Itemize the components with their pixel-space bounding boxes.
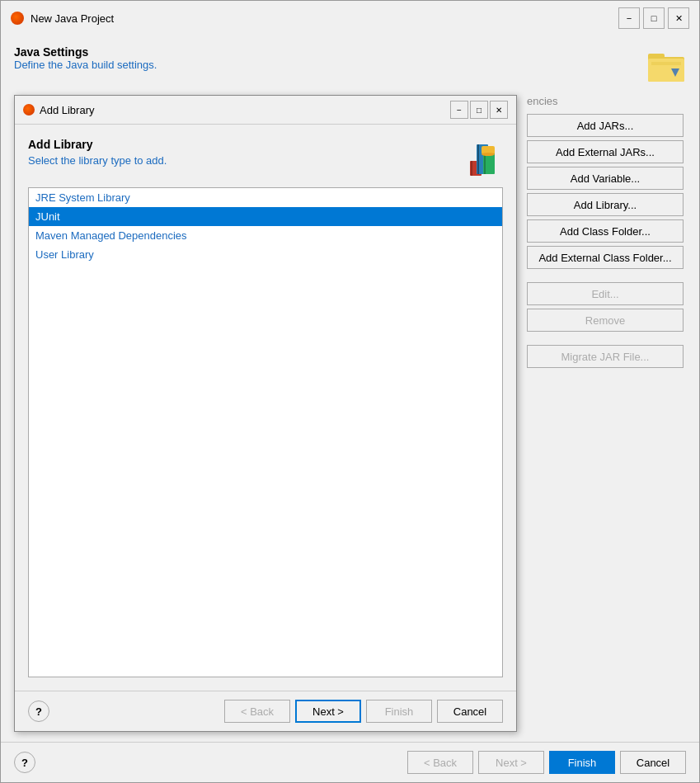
outer-content: Java Settings Define the Java build sett… bbox=[1, 35, 699, 742]
outer-next-button[interactable]: Next > bbox=[478, 751, 544, 774]
outer-maximize-button[interactable]: □ bbox=[643, 7, 665, 29]
add-jars-button[interactable]: Add JARs... bbox=[527, 114, 684, 137]
outer-minimize-button[interactable]: − bbox=[618, 7, 640, 29]
inner-help-button[interactable]: ? bbox=[28, 700, 49, 722]
inner-dialog: Add Library − □ ✕ Add Library Sele bbox=[14, 95, 517, 732]
library-list: JRE System Library JUnit Maven Managed D… bbox=[28, 187, 503, 677]
migrate-jar-button[interactable]: Migrate JAR File... bbox=[527, 345, 684, 368]
add-external-class-folder-button[interactable]: Add External Class Folder... bbox=[527, 246, 684, 269]
outer-titlebar-controls: − □ ✕ bbox=[618, 7, 689, 29]
inner-titlebar-left: Add Library bbox=[23, 104, 94, 116]
inner-back-button[interactable]: < Back bbox=[224, 700, 290, 723]
inner-dialog-content: Add Library Select the library type to a… bbox=[15, 125, 516, 691]
inner-description: Select the library type to add. bbox=[28, 154, 167, 167]
description-prefix: Select the bbox=[28, 154, 78, 167]
list-item-user[interactable]: User Library bbox=[29, 245, 502, 264]
add-variable-button[interactable]: Add Variable... bbox=[527, 167, 684, 190]
outer-back-button[interactable]: < Back bbox=[407, 751, 473, 774]
outer-close-button[interactable]: ✕ bbox=[668, 7, 689, 29]
outer-bottom-bar: ? < Back Next > Finish Cancel bbox=[1, 742, 699, 782]
inner-close-button[interactable]: ✕ bbox=[490, 101, 508, 119]
edit-button[interactable]: Edit... bbox=[527, 282, 684, 305]
list-item-maven[interactable]: Maven Managed Dependencies bbox=[29, 226, 502, 245]
list-item-jre[interactable]: JRE System Library bbox=[29, 188, 502, 207]
inner-eclipse-icon bbox=[23, 104, 35, 116]
remove-button[interactable]: Remove bbox=[527, 309, 684, 332]
inner-dialog-title: Add Library bbox=[40, 104, 94, 116]
eclipse-icon bbox=[11, 12, 24, 25]
inner-cancel-button[interactable]: Cancel bbox=[437, 700, 503, 723]
inner-titlebar: Add Library − □ ✕ bbox=[15, 96, 516, 125]
outer-window-title: New Java Project bbox=[31, 12, 114, 25]
inner-maximize-button[interactable]: □ bbox=[470, 101, 488, 119]
add-class-folder-button[interactable]: Add Class Folder... bbox=[527, 219, 684, 243]
outer-window: New Java Project − □ ✕ Java Settings Def… bbox=[0, 0, 700, 783]
svg-point-13 bbox=[482, 153, 495, 156]
svg-rect-3 bbox=[651, 62, 681, 65]
books-icon bbox=[463, 138, 503, 177]
inner-header-text: Add Library Select the library type to a… bbox=[28, 138, 167, 167]
page-title: Java Settings bbox=[14, 45, 157, 59]
add-external-jars-button[interactable]: Add External JARs... bbox=[527, 140, 684, 163]
outer-help-button[interactable]: ? bbox=[14, 752, 35, 773]
inner-dialog-buttons: ? < Back Next > Finish Cancel bbox=[15, 691, 516, 731]
inner-heading: Add Library bbox=[28, 138, 167, 151]
main-row: Add Library − □ ✕ Add Library Sele bbox=[14, 95, 686, 732]
description-suffix: to add. bbox=[131, 154, 167, 167]
right-panel: encies Add JARs... Add External JARs... … bbox=[517, 95, 686, 732]
folder-icon bbox=[646, 45, 686, 85]
svg-rect-8 bbox=[477, 144, 479, 174]
svg-rect-6 bbox=[471, 161, 472, 176]
outer-finish-button[interactable]: Finish bbox=[549, 751, 615, 774]
inner-minimize-button[interactable]: − bbox=[450, 101, 468, 119]
outer-cancel-button[interactable]: Cancel bbox=[620, 751, 686, 774]
inner-next-button[interactable]: Next > bbox=[295, 700, 361, 723]
outer-titlebar: New Java Project − □ ✕ bbox=[1, 1, 699, 35]
list-item-junit[interactable]: JUnit bbox=[29, 207, 502, 226]
description-link: library type bbox=[78, 154, 131, 167]
page-subtitle: Define the Java build settings. bbox=[14, 59, 157, 71]
inner-finish-button[interactable]: Finish bbox=[366, 700, 432, 723]
right-panel-partial-title: encies bbox=[527, 95, 686, 107]
outer-titlebar-left: New Java Project bbox=[11, 12, 114, 25]
inner-titlebar-controls: − □ ✕ bbox=[450, 101, 508, 119]
add-library-button[interactable]: Add Library... bbox=[527, 193, 684, 216]
inner-header: Add Library Select the library type to a… bbox=[28, 138, 503, 177]
